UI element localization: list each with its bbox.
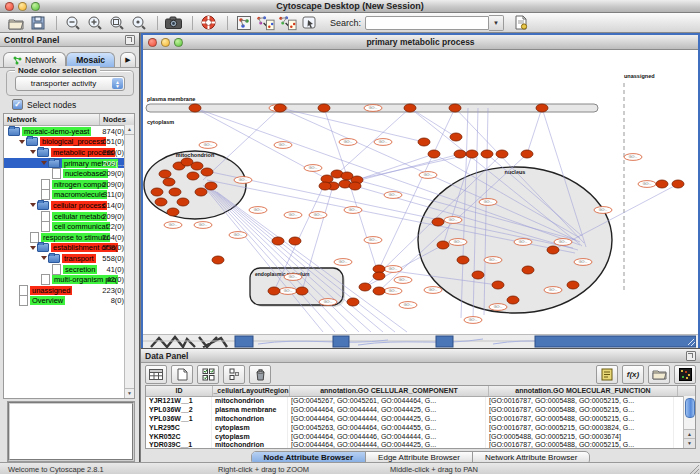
- expand-arrow-icon[interactable]: [19, 140, 25, 144]
- table-cell[interactable]: mitochondrion: [212, 415, 288, 424]
- network-node[interactable]: [349, 182, 361, 190]
- view-zoom-button[interactable]: [174, 38, 183, 47]
- zoom-fit-icon[interactable]: [107, 14, 126, 31]
- select-mode-icon[interactable]: [300, 14, 319, 31]
- network-node[interactable]: [191, 162, 203, 170]
- table-cell[interactable]: cytoplasm: [212, 433, 288, 442]
- tree-row[interactable]: mosaic-demo-yeast874(0): [4, 126, 134, 137]
- delete-attribute-icon[interactable]: [249, 365, 271, 384]
- tree-row[interactable]: transport558(0): [4, 253, 134, 264]
- network-node[interactable]: [151, 188, 163, 196]
- expand-arrow-icon[interactable]: [30, 150, 36, 154]
- network-node[interactable]: [373, 287, 385, 295]
- tab-network[interactable]: Network: [3, 52, 66, 67]
- scroll-up-icon[interactable]: ▲: [125, 125, 134, 135]
- network-node[interactable]: [656, 180, 668, 188]
- tree-row[interactable]: unassigned223(0): [4, 285, 134, 296]
- zoom-out-icon[interactable]: [63, 14, 82, 31]
- tree-row[interactable]: establishment of lo558(0): [4, 243, 134, 254]
- tree-row[interactable]: primary metabo209(...: [4, 158, 134, 169]
- annotation-icon[interactable]: [511, 14, 530, 31]
- tree-row[interactable]: nucleobase-209(0): [4, 168, 134, 179]
- table-cell[interactable]: YPL036W__1: [146, 415, 212, 424]
- network-node[interactable]: [318, 104, 330, 112]
- table-cell[interactable]: cytoplasm: [212, 424, 288, 433]
- network-node[interactable]: [428, 150, 440, 158]
- tree-row[interactable]: macromolecule311(0): [4, 190, 134, 201]
- select-attributes-icon[interactable]: [197, 365, 219, 384]
- network-node[interactable]: [347, 298, 359, 306]
- tree-column-nodes[interactable]: Nodes: [100, 114, 134, 125]
- expand-arrow-icon[interactable]: [30, 203, 36, 207]
- expand-arrow-icon[interactable]: [30, 246, 36, 250]
- vizmapper-icon[interactable]: [234, 14, 253, 31]
- table-cell[interactable]: YPL036W__2: [146, 406, 212, 415]
- table-row[interactable]: YKR052Ccytoplasm[GO:0044464, GO:0044446,…: [146, 433, 695, 442]
- network-node[interactable]: [536, 104, 548, 112]
- table-scrollbar[interactable]: ▲ ▼: [683, 396, 695, 448]
- tree-row[interactable]: cellular metabo209(0): [4, 211, 134, 222]
- table-cell[interactable]: [GO:0044464, GO:0044446, GO:0044444, G..…: [288, 433, 486, 442]
- tree-row[interactable]: multi-organism pro42(0): [4, 274, 134, 285]
- network-node[interactable]: [187, 172, 199, 180]
- table-cell[interactable]: [GO:0044464, GO:0044444, GO:0044425, G..…: [288, 406, 486, 415]
- attribute-table-icon[interactable]: [145, 365, 167, 384]
- network-node[interactable]: [481, 150, 493, 158]
- save-icon[interactable]: [28, 14, 47, 31]
- table-column-header[interactable]: annotation.GO CELLULAR_COMPONENT: [290, 386, 489, 396]
- network-node[interactable]: [296, 287, 308, 295]
- search-dropdown-icon[interactable]: ▼: [489, 15, 504, 31]
- table-cell[interactable]: plasma membrane: [212, 406, 288, 415]
- tab-overflow-icon[interactable]: ▶: [120, 52, 136, 67]
- table-cell[interactable]: [GO:0016787, GO:0005488, GO:0005215, G..…: [486, 415, 674, 424]
- network-node[interactable]: [404, 104, 416, 112]
- tree-scrollbar[interactable]: ▲ ▼: [124, 125, 134, 398]
- node-color-dropdown[interactable]: transporter activity ▲▼: [15, 76, 125, 91]
- network-node[interactable]: [268, 287, 280, 295]
- label-icon[interactable]: [596, 365, 618, 384]
- attribute-matrix-icon[interactable]: [674, 365, 696, 384]
- table-cell[interactable]: [GO:0016787, GO:0005215, GO:0003824, G..…: [486, 424, 674, 433]
- view-minimize-button[interactable]: [161, 38, 170, 47]
- network-node[interactable]: [418, 138, 430, 146]
- network-node[interactable]: [454, 150, 466, 158]
- table-cell[interactable]: [GO:0016787, GO:0005488, GO:0005215, G..…: [486, 397, 674, 406]
- network-node[interactable]: [492, 281, 504, 289]
- network-node[interactable]: [450, 133, 462, 141]
- network-node[interactable]: [212, 256, 224, 264]
- network-node[interactable]: [274, 104, 286, 112]
- zoom-in-icon[interactable]: [85, 14, 104, 31]
- import-attributes-icon[interactable]: [648, 365, 670, 384]
- table-row[interactable]: YLR295Ccytoplasm[GO:0045263, GO:0044464,…: [146, 424, 695, 433]
- network-node[interactable]: [201, 168, 213, 176]
- new-attribute-icon[interactable]: [171, 365, 193, 384]
- table-cell[interactable]: [GO:0045263, GO:0044464, GO:0044455, G..…: [288, 424, 486, 433]
- table-cell[interactable]: [GO:0044464, GO:0044444, GO:0044425, G..…: [288, 415, 486, 424]
- network-node[interactable]: [169, 188, 181, 196]
- network-node[interactable]: [496, 150, 508, 158]
- float-data-panel-icon[interactable]: [686, 351, 696, 361]
- scroll-down-icon[interactable]: ▼: [125, 388, 134, 398]
- network-node[interactable]: [466, 150, 478, 158]
- tree-row[interactable]: cellular process614(0): [4, 200, 134, 211]
- table-cell[interactable]: mitochondrion: [212, 397, 288, 406]
- network-node[interactable]: [205, 182, 217, 190]
- table-cell[interactable]: [GO:0016787, GO:0005488, GO:0005215, G..…: [486, 441, 674, 449]
- network-node[interactable]: [373, 272, 385, 280]
- network-node[interactable]: [289, 237, 301, 245]
- expand-arrow-icon[interactable]: [41, 256, 47, 260]
- table-cell[interactable]: YJR121W__1: [146, 397, 212, 406]
- attribute-table[interactable]: ID_cellularLayoutRegionannotation.GO CEL…: [145, 385, 696, 449]
- function-builder-icon[interactable]: f(x): [622, 365, 644, 384]
- tree-column-network[interactable]: Network: [4, 114, 100, 125]
- table-row[interactable]: YPL036W__1mitochondrion[GO:0044464, GO:0…: [146, 415, 695, 424]
- tree-row[interactable]: cell communicat22(0): [4, 221, 134, 232]
- network-canvas[interactable]: plasma membranemitochondrionnucleusendop…: [143, 50, 698, 334]
- table-column-header[interactable]: _cellularLayoutRegion: [213, 386, 290, 396]
- tree-row[interactable]: nitrogen compo209(0): [4, 179, 134, 190]
- table-cell[interactable]: [GO:0016787, GO:0005488, GO:0005215, G..…: [486, 406, 674, 415]
- network-node[interactable]: [177, 198, 189, 206]
- tree-row[interactable]: secretion41(0): [4, 264, 134, 275]
- table-row[interactable]: YPL036W__2plasma membrane[GO:0044464, GO…: [146, 406, 695, 415]
- network-node[interactable]: [437, 241, 449, 249]
